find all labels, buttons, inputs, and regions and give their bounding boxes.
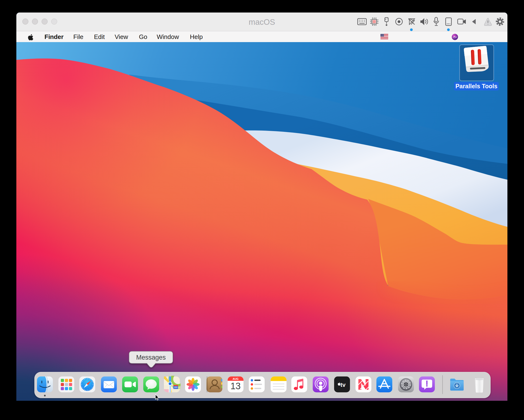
- svg-text:Messages: Messages: [136, 354, 166, 361]
- svg-text:AUG: AUG: [233, 377, 238, 380]
- svg-text:280: 280: [174, 386, 177, 388]
- svg-text:13: 13: [230, 381, 241, 391]
- svg-text:tv: tv: [340, 382, 346, 388]
